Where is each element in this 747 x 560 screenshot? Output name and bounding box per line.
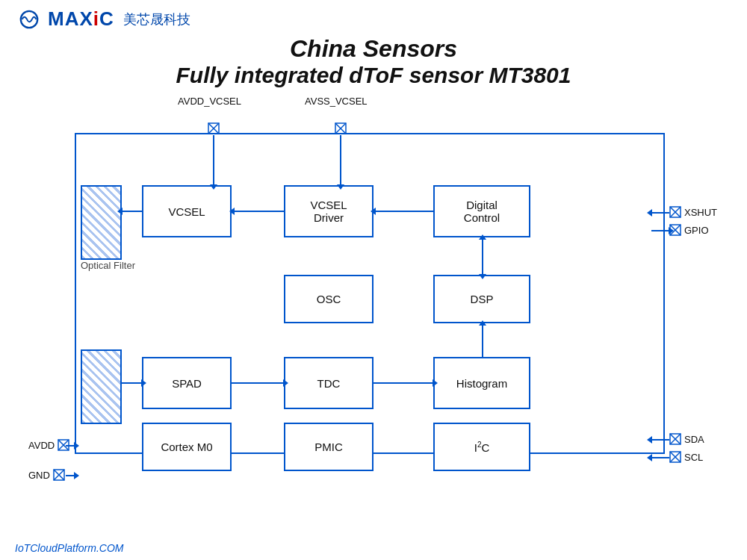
vcsel-driver-to-vcsel-arrow [234, 211, 284, 212]
histogram-to-dsp-arrow [482, 325, 483, 357]
title-line1: China Sensors [15, 35, 732, 63]
gpio-arrow [651, 230, 669, 231]
vcsel-driver-block: VCSELDriver [284, 185, 374, 237]
optical-emitter-block [81, 185, 122, 260]
logo-accent: i [93, 7, 99, 30]
header: MAXiC 美芯晟科技 [15, 7, 732, 31]
avdd-entry-arrow [66, 445, 75, 447]
digital-control-dsp-arrow [482, 239, 483, 275]
spad-to-tdc-arrow [232, 382, 284, 384]
svg-point-0 [21, 10, 37, 27]
avss-vcsel-label: AVSS_VCSEL [305, 96, 368, 107]
logo-chinese: 美芯晟科技 [123, 10, 190, 28]
sda-label: SDA [669, 433, 704, 445]
gpio-label: GPIO [669, 224, 709, 236]
dsp-block: DSP [433, 275, 530, 323]
xshut-cross-icon [669, 206, 681, 218]
xshut-label: XSHUT [669, 206, 717, 218]
spad-block: SPAD [142, 357, 232, 409]
i2c-block: I2C [433, 423, 530, 471]
scl-cross-icon [669, 451, 681, 463]
optical-receiver-block [81, 349, 122, 424]
scl-arrow [651, 457, 669, 458]
gnd-label: GND [28, 469, 65, 481]
page: MAXiC 美芯晟科技 China Sensors Fully integrat… [0, 0, 747, 560]
optical-filter-label: Optical Filter [81, 260, 135, 271]
histogram-block: Histogram [433, 357, 530, 409]
digital-control-block: DigitalControl [433, 185, 530, 237]
avdd-label: AVDD [28, 439, 69, 451]
avdd-vcsel-arrow [213, 135, 214, 185]
xshut-arrow [651, 212, 669, 214]
diagram-container: AVDD_VCSEL AVSS_VCSEL Optical Filter [15, 96, 732, 461]
vcsel-to-optical-arrow [122, 211, 142, 212]
avdd-vcsel-label: AVDD_VCSEL [178, 96, 241, 107]
cortex-m0-block: Cortex M0 [142, 423, 232, 471]
tdc-to-histogram-arrow [374, 382, 433, 384]
digital-control-to-vcsel-driver-arrow [375, 211, 433, 212]
footer: IoTCloudPlatform.COM [15, 542, 123, 554]
sda-arrow [651, 439, 669, 441]
vcsel-block: VCSEL [142, 185, 232, 237]
osc-block: OSC [284, 275, 374, 323]
logo-brand: MAXiC [48, 7, 114, 31]
gnd-cross-icon [53, 469, 65, 481]
title-section: China Sensors Fully integrated dToF sens… [15, 35, 732, 88]
scl-label: SCL [669, 451, 703, 463]
optical-to-spad-arrow [122, 382, 142, 384]
avss-vcsel-arrow [340, 135, 341, 185]
logo-wave-icon [15, 9, 43, 30]
logo-area: MAXiC 美芯晟科技 [15, 7, 190, 31]
tdc-block: TDC [284, 357, 374, 409]
sda-cross-icon [669, 433, 681, 445]
title-line2: Fully integrated dToF sensor MT3801 [15, 63, 732, 88]
pmic-block: PMIC [284, 423, 374, 471]
gnd-entry-arrow [66, 475, 75, 476]
